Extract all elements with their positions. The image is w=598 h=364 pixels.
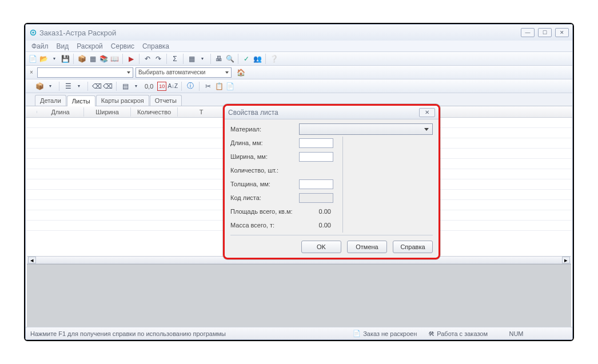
tab-sheets[interactable]: Листы — [67, 95, 95, 106]
label-qty: Количество, шт.: — [230, 167, 299, 174]
scroll-left-icon[interactable]: ◂ — [28, 257, 36, 263]
col-width[interactable]: Ширина — [84, 107, 131, 117]
dialog-titlebar: Свойства листа ✕ — [225, 106, 438, 119]
toolbar-tertiary: 📦 ▾ ☰ ▾ ⌫ ⌫ ▤ ▾ 0,0 10 A↓Z ⓘ ✂ 📋 📄 — [26, 79, 572, 93]
toolbar-main: 📄 📂 ▾ 💾 📦 ▦ 📚 📖 ▶ ↶ ↷ Σ ▦ ▾ 🖶 🔍 ✓ 👥 — [26, 52, 572, 66]
close-button[interactable]: ✕ — [555, 28, 569, 37]
copy-icon[interactable]: 📋 — [214, 82, 224, 91]
menu-cut[interactable]: Раскрой — [73, 41, 106, 51]
col-length[interactable]: Длина — [37, 107, 84, 117]
label-width: Ширина, мм: — [230, 153, 299, 160]
tab-details[interactable]: Детали — [35, 95, 66, 106]
maximize-button[interactable]: ☐ — [538, 28, 552, 37]
label-area: Площадь всего, кв.м: — [230, 208, 299, 215]
input-width[interactable] — [299, 152, 333, 162]
label-thickness: Толщина, мм: — [230, 181, 299, 187]
help-icon[interactable]: ❔ — [269, 54, 278, 63]
redo-icon[interactable]: ↷ — [154, 54, 163, 63]
statusbar: Нажмите F1 для получения справки по испо… — [26, 327, 572, 339]
titlebar: Заказ1-Астра Раскрой — ☐ ✕ — [26, 25, 572, 41]
toolbar-secondary: × Выбирать автоматически 🏠 — [26, 66, 572, 79]
open-dropdown-icon[interactable]: ▾ — [50, 54, 59, 63]
save-icon[interactable]: 💾 — [61, 54, 70, 63]
open-icon[interactable]: 📂 — [39, 54, 48, 63]
status-hint: Нажмите F1 для получения справки по испо… — [30, 330, 226, 337]
ten-icon[interactable]: 10 — [157, 82, 166, 91]
combo-auto-label: Выбирать автоматически — [138, 69, 205, 75]
input-length[interactable] — [299, 138, 333, 148]
package-icon[interactable]: 📦 — [77, 54, 86, 63]
grid-icon[interactable]: ▦ — [88, 54, 97, 63]
print-icon[interactable]: 🖶 — [214, 54, 224, 63]
dialog-close-button[interactable]: ✕ — [419, 108, 435, 117]
run-icon[interactable]: ▶ — [126, 54, 135, 63]
scroll-right-icon[interactable]: ▸ — [562, 257, 570, 263]
sheet-icon: 📄 — [353, 330, 361, 337]
combo-left[interactable] — [37, 67, 133, 78]
dialog-title-text: Свойства листа — [228, 109, 278, 117]
minimize-button[interactable]: — — [521, 28, 535, 37]
col-t[interactable]: Т — [178, 107, 225, 117]
status-cut: Заказ не раскроен — [363, 330, 417, 337]
fill-dropdown-icon[interactable]: ▾ — [131, 82, 141, 91]
menu-service[interactable]: Сервис — [107, 41, 138, 51]
erase2-icon[interactable]: ⌫ — [103, 82, 112, 91]
book-icon[interactable]: 📖 — [110, 54, 119, 63]
dialog-sheet-properties: Свойства листа ✕ Материал: Длина, мм: Ши… — [223, 104, 440, 259]
menu-file[interactable]: Файл — [28, 41, 52, 51]
bottom-panel — [27, 264, 571, 327]
label-length: Длина, мм: — [230, 139, 299, 146]
undo-icon[interactable]: ↶ — [143, 54, 152, 63]
col-qty[interactable]: Количество — [131, 107, 178, 117]
new-icon[interactable]: 📄 — [28, 54, 37, 63]
input-thickness[interactable] — [299, 179, 333, 189]
preview-icon[interactable]: 🔍 — [225, 54, 234, 63]
value-mass: 0.00 — [299, 222, 333, 229]
box-dropdown-icon[interactable]: ▾ — [46, 82, 55, 91]
paste-icon[interactable]: 📄 — [225, 82, 234, 91]
list-icon[interactable]: ☰ — [63, 82, 73, 91]
check-icon[interactable]: ✓ — [242, 54, 251, 63]
status-num: NUM — [509, 330, 523, 337]
cut-icon[interactable]: ✂ — [204, 82, 213, 91]
label-material: Материал: — [230, 126, 299, 133]
tiles-dropdown-icon[interactable]: ▾ — [198, 54, 207, 63]
info-icon[interactable]: ⓘ — [186, 82, 195, 91]
sum-icon[interactable]: Σ — [170, 54, 180, 63]
ok-button[interactable]: OK — [301, 241, 341, 253]
list-dropdown-icon[interactable]: ▾ — [74, 82, 83, 91]
combo-material[interactable] — [299, 123, 433, 135]
window-title: Заказ1-Астра Раскрой — [39, 29, 116, 37]
erase-icon[interactable]: ⌫ — [92, 82, 101, 91]
stack-icon[interactable]: 📚 — [99, 54, 108, 63]
label-mass: Масса всего, т: — [230, 222, 299, 229]
close-panel-icon[interactable]: × — [28, 69, 35, 75]
work-icon: 🛠 — [428, 330, 434, 337]
cancel-button[interactable]: Отмена — [347, 241, 387, 253]
label-code: Код листа: — [230, 194, 299, 201]
app-icon — [29, 29, 37, 37]
home-icon[interactable]: 🏠 — [236, 68, 245, 77]
zero-label[interactable]: 0,0 — [145, 83, 153, 90]
box-icon[interactable]: 📦 — [35, 82, 44, 91]
menu-help[interactable]: Справка — [139, 41, 173, 51]
grid-corner[interactable] — [26, 111, 37, 113]
svg-point-1 — [32, 31, 34, 34]
input-code[interactable] — [299, 193, 333, 203]
tiles-icon[interactable]: ▦ — [187, 54, 196, 63]
help-button[interactable]: Справка — [393, 241, 433, 253]
sort-icon[interactable]: A↓Z — [168, 82, 177, 91]
group-icon[interactable]: 👥 — [253, 54, 262, 63]
tab-reports[interactable]: Отчеты — [150, 95, 182, 106]
menubar: Файл Вид Раскрой Сервис Справка — [26, 41, 572, 52]
status-work: Работа с заказом — [437, 330, 488, 337]
menu-view[interactable]: Вид — [53, 41, 73, 51]
tab-maps[interactable]: Карты раскроя — [96, 95, 149, 106]
combo-auto[interactable]: Выбирать автоматически — [135, 67, 232, 78]
value-area: 0.00 — [299, 208, 333, 215]
fill-icon[interactable]: ▤ — [121, 82, 130, 91]
